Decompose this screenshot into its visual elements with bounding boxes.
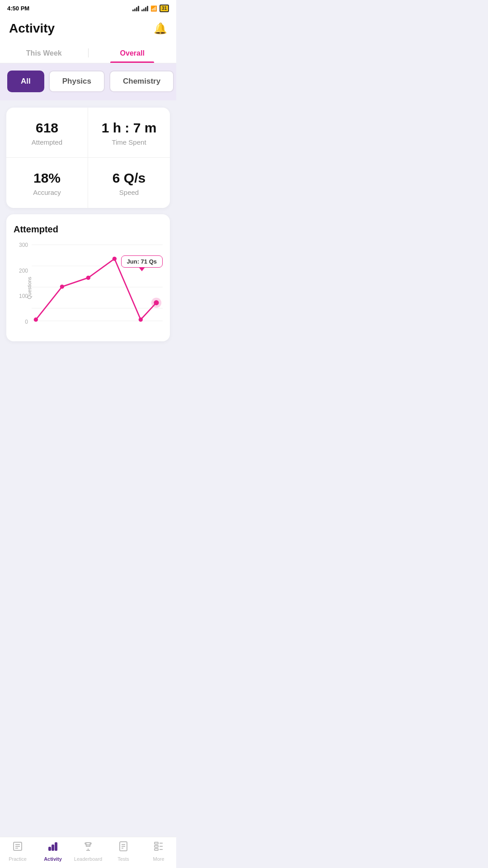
stat-speed-label: Speed <box>119 189 139 196</box>
tab-overall[interactable]: Overall <box>89 43 177 63</box>
chart-dot-apr <box>113 257 117 261</box>
chart-dot-mar <box>86 276 90 280</box>
chart-title: Attempted <box>14 224 163 235</box>
stat-time-label: Time Spent <box>112 138 146 146</box>
stat-attempted-value: 618 <box>15 120 79 136</box>
filter-chemistry[interactable]: Chemistry <box>109 71 174 92</box>
y-tick-0: 0 <box>25 319 28 325</box>
stats-card: 618 Attempted 1 h : 7 m Time Spent 18% A… <box>6 108 170 208</box>
tab-this-week[interactable]: This Week <box>0 43 88 63</box>
signal-icon-2 <box>141 6 148 11</box>
status-time: 4:50 PM <box>7 5 29 12</box>
chart-dot-may <box>139 317 143 321</box>
stat-speed-value: 6 Q/s <box>97 170 161 186</box>
tooltip-arrow <box>139 267 145 271</box>
chart-dot-feb <box>60 284 64 288</box>
chart-dot-jan <box>34 317 38 321</box>
header: Activity 🔔 <box>0 15 176 43</box>
chart-tooltip: Jun: 71 Qs <box>121 255 163 268</box>
signal-icon <box>132 6 139 11</box>
stat-attempted: 618 Attempted <box>6 108 88 158</box>
stat-accuracy-label: Accuracy <box>33 189 61 196</box>
status-bar: 4:50 PM 📶 31 <box>0 0 176 15</box>
stat-speed: 6 Q/s Speed <box>88 158 170 208</box>
chart-card: Attempted 300 200 100 0 Questions <box>6 214 170 341</box>
tab-bar: This Week Overall <box>0 43 176 63</box>
stat-accuracy: 18% Accuracy <box>6 158 88 208</box>
y-tick-200: 200 <box>19 268 28 274</box>
chart-dot-jun <box>154 300 159 305</box>
stats-grid: 618 Attempted 1 h : 7 m Time Spent 18% A… <box>6 108 170 208</box>
y-tick-300: 300 <box>19 242 28 248</box>
wifi-icon: 📶 <box>150 5 157 12</box>
filter-all[interactable]: All <box>7 71 44 92</box>
filter-physics[interactable]: Physics <box>49 71 105 92</box>
stat-time-value: 1 h : 7 m <box>97 120 161 136</box>
status-icons: 📶 31 <box>132 5 169 12</box>
battery-icon: 31 <box>160 5 169 12</box>
y-axis-label: Questions <box>27 277 32 299</box>
stat-attempted-label: Attempted <box>32 138 62 146</box>
notification-bell-icon[interactable]: 🔔 <box>154 22 167 35</box>
filter-section: All Physics Chemistry <box>0 63 176 100</box>
stat-accuracy-value: 18% <box>15 170 79 186</box>
page-title: Activity <box>9 21 55 36</box>
stat-time-spent: 1 h : 7 m Time Spent <box>88 108 170 158</box>
